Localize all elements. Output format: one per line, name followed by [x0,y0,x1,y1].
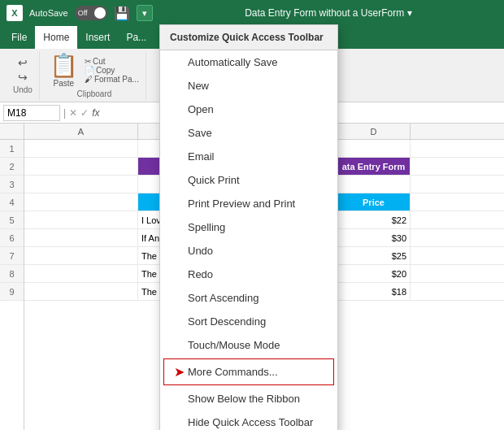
tab-file[interactable]: File [3,26,35,49]
format-painter-button[interactable]: 🖌 Format Pa... [85,75,139,84]
row-header-3: 3 [0,176,24,193]
cell-d4[interactable]: Price [337,193,411,211]
cell-a3[interactable] [24,176,138,193]
corner-cell [0,124,24,140]
cell-d8[interactable]: $20 [337,265,411,282]
quick-access-toolbar-button[interactable]: ▾ [137,5,153,21]
paste-label: Paste [54,79,75,88]
cell-a9[interactable] [24,283,138,300]
dropdown-item-print-preview[interactable]: Print Preview and Print [160,192,337,215]
row-header-7: 7 [0,247,24,265]
formula-divider: | [63,107,66,119]
row-header-9: 9 [0,283,24,301]
copy-button[interactable]: 📄 Copy [85,66,139,75]
cell-d2[interactable]: ata Entry Form [337,158,411,175]
cell-d6[interactable]: $30 [337,229,411,246]
dropdown-item-email[interactable]: Email [160,145,337,168]
fx-label: fx [92,107,99,119]
clipboard-group: 📋 Paste ✂ Cut 📄 Copy 🖌 Format Pa... Clip… [43,51,146,100]
cell-a1[interactable] [24,140,138,157]
tab-home[interactable]: Home [35,26,77,49]
clipboard-label: Clipboard [77,89,112,98]
dropdown-item-undo[interactable]: Undo [160,239,337,263]
dropdown-item-quick-print[interactable]: Quick Print [160,168,337,192]
customize-quick-access-dropdown: Customize Quick Access Toolbar Automatic… [159,24,338,430]
excel-icon: X [7,5,23,21]
dropdown-item-new[interactable]: New [160,74,337,98]
window-title: Data Entry Form without a UserForm ▾ [159,7,497,19]
title-bar: X AutoSave Off 💾 ▾ Data Entry Form witho… [0,0,504,26]
cell-a5[interactable] [24,211,138,228]
row-header-4: 4 [0,193,24,211]
cell-a4[interactable] [24,193,138,211]
red-arrow-icon: ➤ [174,364,185,380]
cell-d9[interactable]: $18 [337,283,411,300]
confirm-icon[interactable]: ✓ [80,107,89,119]
dropdown-item-hide-toolbar[interactable]: Hide Quick Access Toolbar [160,410,337,430]
cell-d3[interactable] [337,176,411,193]
undo-button[interactable]: ↩ [18,56,28,69]
cell-d7[interactable]: $25 [337,247,411,264]
dropdown-item-touch-mode[interactable]: Touch/Mouse Mode [160,333,337,357]
dropdown-item-sort-desc[interactable]: Sort Descending [160,310,337,333]
row-header-5: 5 [0,211,24,229]
tab-insert[interactable]: Insert [77,26,118,49]
col-header-a: A [24,124,138,139]
save-icon[interactable]: 💾 [114,5,130,21]
paste-button[interactable]: 📋 [50,52,78,79]
dropdown-item-open[interactable]: Open [160,98,337,121]
autosave-label: AutoSave [29,8,68,18]
dropdown-item-redo[interactable]: Redo [160,263,337,286]
dropdown-item-spelling[interactable]: Spelling [160,215,337,239]
cell-a6[interactable] [24,229,138,246]
col-header-d: D [337,124,411,139]
cut-button[interactable]: ✂ Cut [85,57,139,66]
cell-a8[interactable] [24,265,138,282]
row-header-6: 6 [0,229,24,247]
row-header-2: 2 [0,158,24,176]
dropdown-item-more-commands[interactable]: ➤ More Commands... [163,358,334,385]
row-header-8: 8 [0,265,24,283]
dropdown-header: Customize Quick Access Toolbar [160,25,337,50]
cell-reference-input[interactable] [3,105,60,121]
dropdown-item-autosave[interactable]: Automatically Save [160,50,337,74]
autosave-toggle[interactable]: Off [75,6,107,20]
dropdown-item-save[interactable]: Save [160,121,337,145]
cell-a7[interactable] [24,247,138,264]
tab-page-layout[interactable]: Pa... [118,26,154,49]
redo-button[interactable]: ↪ [18,71,28,84]
undo-group-label: Undo [13,85,33,94]
cell-a2[interactable] [24,158,138,175]
row-headers: 1 2 3 4 5 6 7 8 9 [0,124,24,430]
cell-d1[interactable] [337,140,411,157]
dropdown-item-sort-asc[interactable]: Sort Ascending [160,286,337,310]
cell-d5[interactable]: $22 [337,211,411,228]
undo-group: ↩ ↪ Undo [7,51,40,100]
cancel-icon[interactable]: ✕ [69,107,77,119]
dropdown-item-show-below[interactable]: Show Below the Ribbon [160,387,337,410]
toggle-knob [94,7,106,19]
row-header-1: 1 [0,140,24,158]
